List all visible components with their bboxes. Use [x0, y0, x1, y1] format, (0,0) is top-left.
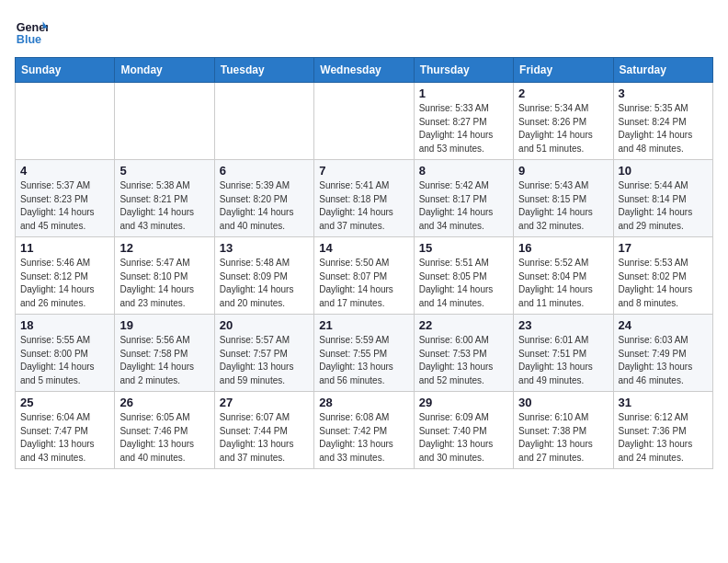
day-header-wednesday: Wednesday [314, 58, 414, 83]
day-header-tuesday: Tuesday [214, 58, 313, 83]
day-cell: 17Sunrise: 5:53 AMSunset: 8:02 PMDayligh… [613, 237, 712, 315]
day-header-monday: Monday [115, 58, 214, 83]
day-cell: 30Sunrise: 6:10 AMSunset: 7:38 PMDayligh… [514, 392, 613, 469]
calendar: SundayMondayTuesdayWednesdayThursdayFrid… [15, 57, 713, 469]
day-cell: 20Sunrise: 5:57 AMSunset: 7:57 PMDayligh… [214, 315, 313, 392]
day-number: 11 [20, 241, 109, 255]
day-number: 18 [20, 318, 109, 332]
day-info: Sunrise: 5:39 AMSunset: 8:20 PMDaylight:… [220, 179, 309, 233]
day-cell: 10Sunrise: 5:44 AMSunset: 8:14 PMDayligh… [613, 160, 712, 237]
day-info: Sunrise: 5:33 AMSunset: 8:27 PMDaylight:… [419, 102, 508, 155]
day-number: 2 [518, 86, 608, 100]
day-cell: 27Sunrise: 6:07 AMSunset: 7:44 PMDayligh… [214, 392, 313, 469]
day-number: 7 [319, 164, 408, 178]
day-number: 14 [319, 241, 408, 255]
day-info: Sunrise: 5:48 AMSunset: 8:09 PMDaylight:… [220, 257, 309, 310]
day-cell: 12Sunrise: 5:47 AMSunset: 8:10 PMDayligh… [115, 237, 214, 315]
day-cell: 9Sunrise: 5:43 AMSunset: 8:15 PMDaylight… [514, 160, 613, 237]
day-cell: 24Sunrise: 6:03 AMSunset: 7:49 PMDayligh… [613, 315, 712, 392]
day-cell: 14Sunrise: 5:50 AMSunset: 8:07 PMDayligh… [314, 237, 414, 315]
day-info: Sunrise: 5:37 AMSunset: 8:23 PMDaylight:… [20, 179, 109, 233]
day-cell: 5Sunrise: 5:38 AMSunset: 8:21 PMDaylight… [115, 160, 214, 237]
day-cell: 29Sunrise: 6:09 AMSunset: 7:40 PMDayligh… [414, 392, 513, 469]
day-header-friday: Friday [514, 58, 613, 83]
day-info: Sunrise: 6:05 AMSunset: 7:46 PMDaylight:… [119, 411, 209, 465]
day-info: Sunrise: 5:47 AMSunset: 8:10 PMDaylight:… [119, 257, 209, 310]
calendar-header-row: SundayMondayTuesdayWednesdayThursdayFrid… [16, 58, 713, 83]
day-number: 16 [518, 241, 608, 255]
week-row-3: 11Sunrise: 5:46 AMSunset: 8:12 PMDayligh… [16, 237, 713, 315]
day-cell: 6Sunrise: 5:39 AMSunset: 8:20 PMDaylight… [214, 160, 313, 237]
day-info: Sunrise: 5:55 AMSunset: 8:00 PMDaylight:… [20, 334, 109, 387]
day-number: 10 [619, 164, 708, 178]
day-info: Sunrise: 5:52 AMSunset: 8:04 PMDaylight:… [518, 257, 608, 310]
day-number: 9 [518, 164, 608, 178]
day-number: 12 [119, 241, 209, 255]
day-number: 13 [220, 241, 309, 255]
day-number: 25 [20, 396, 109, 409]
day-number: 27 [220, 396, 309, 409]
day-cell [16, 83, 115, 160]
day-cell: 21Sunrise: 5:59 AMSunset: 7:55 PMDayligh… [314, 315, 414, 392]
day-info: Sunrise: 6:08 AMSunset: 7:42 PMDaylight:… [319, 411, 408, 465]
day-cell: 26Sunrise: 6:05 AMSunset: 7:46 PMDayligh… [115, 392, 214, 469]
day-cell: 19Sunrise: 5:56 AMSunset: 7:58 PMDayligh… [115, 315, 214, 392]
day-info: Sunrise: 5:57 AMSunset: 7:57 PMDaylight:… [220, 334, 309, 387]
day-info: Sunrise: 5:42 AMSunset: 8:17 PMDaylight:… [419, 179, 508, 233]
day-cell [115, 83, 214, 160]
day-cell: 31Sunrise: 6:12 AMSunset: 7:36 PMDayligh… [613, 392, 712, 469]
day-info: Sunrise: 5:44 AMSunset: 8:14 PMDaylight:… [619, 179, 708, 233]
day-cell: 25Sunrise: 6:04 AMSunset: 7:47 PMDayligh… [16, 392, 115, 469]
week-row-2: 4Sunrise: 5:37 AMSunset: 8:23 PMDaylight… [16, 160, 713, 237]
day-cell: 2Sunrise: 5:34 AMSunset: 8:26 PMDaylight… [514, 83, 613, 160]
day-info: Sunrise: 5:43 AMSunset: 8:15 PMDaylight:… [518, 179, 608, 233]
day-cell [314, 83, 414, 160]
day-info: Sunrise: 5:34 AMSunset: 8:26 PMDaylight:… [518, 102, 608, 155]
day-info: Sunrise: 5:50 AMSunset: 8:07 PMDaylight:… [319, 257, 408, 310]
day-cell: 15Sunrise: 5:51 AMSunset: 8:05 PMDayligh… [414, 237, 513, 315]
logo: General Blue [15, 15, 48, 48]
day-info: Sunrise: 6:03 AMSunset: 7:49 PMDaylight:… [619, 334, 708, 387]
day-number: 5 [119, 164, 209, 178]
day-cell: 3Sunrise: 5:35 AMSunset: 8:24 PMDaylight… [613, 83, 712, 160]
day-info: Sunrise: 6:07 AMSunset: 7:44 PMDaylight:… [220, 411, 309, 465]
svg-text:Blue: Blue [17, 33, 41, 46]
day-cell: 13Sunrise: 5:48 AMSunset: 8:09 PMDayligh… [214, 237, 313, 315]
day-number: 8 [419, 164, 508, 178]
day-info: Sunrise: 5:56 AMSunset: 7:58 PMDaylight:… [119, 334, 209, 387]
day-number: 15 [419, 241, 508, 255]
logo-icon: General Blue [15, 15, 48, 48]
day-info: Sunrise: 5:59 AMSunset: 7:55 PMDaylight:… [319, 334, 408, 387]
day-cell: 8Sunrise: 5:42 AMSunset: 8:17 PMDaylight… [414, 160, 513, 237]
day-header-thursday: Thursday [414, 58, 513, 83]
day-number: 4 [20, 164, 109, 178]
day-number: 21 [319, 318, 408, 332]
day-info: Sunrise: 5:53 AMSunset: 8:02 PMDaylight:… [619, 257, 708, 310]
day-cell: 28Sunrise: 6:08 AMSunset: 7:42 PMDayligh… [314, 392, 414, 469]
week-row-5: 25Sunrise: 6:04 AMSunset: 7:47 PMDayligh… [16, 392, 713, 469]
day-cell [214, 83, 313, 160]
day-number: 28 [319, 396, 408, 409]
header: General Blue [15, 15, 713, 48]
day-number: 26 [119, 396, 209, 409]
day-info: Sunrise: 6:00 AMSunset: 7:53 PMDaylight:… [419, 334, 508, 387]
day-number: 1 [419, 86, 508, 100]
day-cell: 1Sunrise: 5:33 AMSunset: 8:27 PMDaylight… [414, 83, 513, 160]
day-cell: 23Sunrise: 6:01 AMSunset: 7:51 PMDayligh… [514, 315, 613, 392]
day-number: 22 [419, 318, 508, 332]
day-info: Sunrise: 5:41 AMSunset: 8:18 PMDaylight:… [319, 179, 408, 233]
day-number: 29 [419, 396, 508, 409]
day-info: Sunrise: 5:38 AMSunset: 8:21 PMDaylight:… [119, 179, 209, 233]
week-row-4: 18Sunrise: 5:55 AMSunset: 8:00 PMDayligh… [16, 315, 713, 392]
day-info: Sunrise: 5:35 AMSunset: 8:24 PMDaylight:… [619, 102, 708, 155]
week-row-1: 1Sunrise: 5:33 AMSunset: 8:27 PMDaylight… [16, 83, 713, 160]
day-number: 6 [220, 164, 309, 178]
day-number: 31 [619, 396, 708, 409]
day-info: Sunrise: 5:46 AMSunset: 8:12 PMDaylight:… [20, 257, 109, 310]
day-number: 17 [619, 241, 708, 255]
day-info: Sunrise: 6:10 AMSunset: 7:38 PMDaylight:… [518, 411, 608, 465]
day-cell: 22Sunrise: 6:00 AMSunset: 7:53 PMDayligh… [414, 315, 513, 392]
day-cell: 4Sunrise: 5:37 AMSunset: 8:23 PMDaylight… [16, 160, 115, 237]
day-number: 19 [119, 318, 209, 332]
day-number: 30 [518, 396, 608, 409]
